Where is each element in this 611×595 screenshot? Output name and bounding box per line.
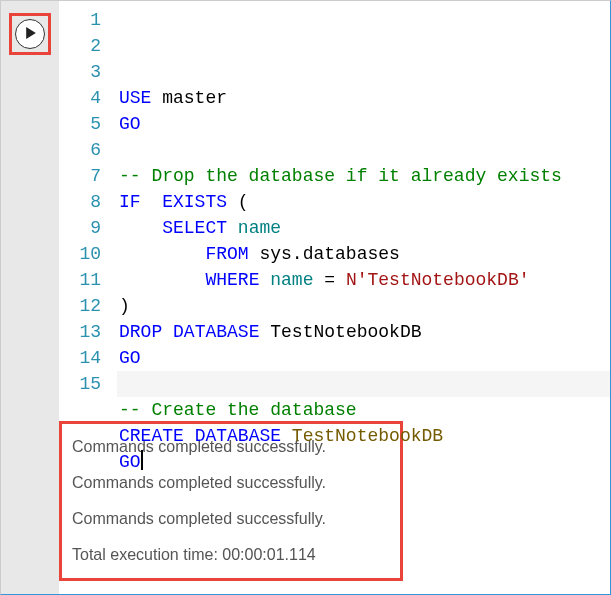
code-line[interactable]: GO [119, 449, 610, 475]
code-line[interactable]: USE master [119, 85, 610, 111]
code-line[interactable]: SELECT name [119, 215, 610, 241]
code-line[interactable]: ) [119, 293, 610, 319]
line-number: 8 [59, 189, 101, 215]
code-line[interactable] [119, 137, 610, 163]
line-number-gutter: 123456789101112131415 [59, 7, 119, 403]
code-lines[interactable]: USE masterGO -- Drop the database if it … [119, 7, 610, 403]
code-line[interactable]: WHERE name = N'TestNotebookDB' [119, 267, 610, 293]
code-line[interactable]: FROM sys.databases [119, 241, 610, 267]
line-number: 9 [59, 215, 101, 241]
line-number: 3 [59, 59, 101, 85]
cell-content: 123456789101112131415 USE masterGO -- Dr… [59, 1, 610, 594]
line-number: 6 [59, 137, 101, 163]
line-number: 11 [59, 267, 101, 293]
code-line[interactable] [119, 371, 610, 397]
code-line[interactable]: DROP DATABASE TestNotebookDB [119, 319, 610, 345]
run-button-highlight [9, 13, 51, 55]
notebook-cell: 123456789101112131415 USE masterGO -- Dr… [1, 1, 610, 594]
code-line[interactable]: GO [119, 345, 610, 371]
line-number: 13 [59, 319, 101, 345]
line-number: 12 [59, 293, 101, 319]
run-button[interactable] [15, 19, 45, 49]
line-number: 10 [59, 241, 101, 267]
cell-gutter [1, 1, 59, 594]
code-line[interactable]: -- Create the database [119, 397, 610, 423]
line-number: 15 [59, 371, 101, 397]
line-number: 7 [59, 163, 101, 189]
line-number: 2 [59, 33, 101, 59]
code-line[interactable]: CREATE DATABASE TestNotebookDB [119, 423, 610, 449]
code-editor[interactable]: 123456789101112131415 USE masterGO -- Dr… [59, 1, 610, 403]
code-line[interactable]: -- Drop the database if it already exist… [119, 163, 610, 189]
code-line[interactable]: IF EXISTS ( [119, 189, 610, 215]
output-message: Total execution time: 00:00:01.114 [72, 546, 390, 564]
line-number: 1 [59, 7, 101, 33]
line-number: 14 [59, 345, 101, 371]
line-number: 5 [59, 111, 101, 137]
play-icon [23, 25, 37, 43]
output-message: Commands completed successfully. [72, 510, 390, 528]
line-number: 4 [59, 85, 101, 111]
output-message: Commands completed successfully. [72, 474, 390, 492]
code-line[interactable]: GO [119, 111, 610, 137]
text-caret [141, 450, 143, 470]
